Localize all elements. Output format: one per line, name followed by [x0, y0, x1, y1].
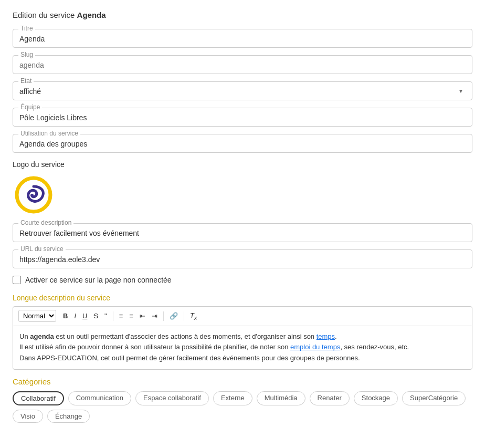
courte-description-input[interactable] — [19, 228, 466, 237]
equipe-field: Équipe — [13, 108, 472, 127]
rich-text-toolbar: Normal B I U S " ≡ ≡ ⇤ ⇥ 🔗 Tx — [13, 307, 472, 326]
rich-text-content[interactable]: Un agenda est un outil permettant d'asso… — [13, 326, 472, 369]
category-tag[interactable]: Communication — [68, 391, 131, 405]
category-tag[interactable]: Espace collaboratif — [135, 391, 209, 405]
etat-label: Etat — [18, 77, 34, 85]
etat-select[interactable]: affiché masqué archivé — [19, 86, 466, 96]
slug-field: Slug — [13, 55, 472, 74]
category-tag[interactable]: Collaboratif — [13, 391, 64, 405]
courte-description-label: Courte description — [18, 219, 73, 226]
courte-description-field: Courte description — [13, 223, 472, 242]
bold-button[interactable]: B — [60, 310, 70, 321]
category-tag[interactable]: Externe — [213, 391, 252, 405]
rich-text-editor: Normal B I U S " ≡ ≡ ⇤ ⇥ 🔗 Tx Un agenda … — [13, 306, 472, 370]
titre-label: Titre — [18, 25, 35, 32]
slug-input[interactable] — [19, 60, 466, 69]
ordered-list-button[interactable]: ≡ — [117, 310, 126, 321]
svg-point-1 — [30, 194, 34, 197]
category-tag[interactable]: Renater — [310, 391, 350, 405]
category-tag[interactable]: Visio — [13, 410, 43, 423]
utilisation-input[interactable] — [19, 139, 466, 148]
italic-button[interactable]: I — [71, 310, 79, 321]
logo-label: Logo du service — [13, 160, 472, 169]
category-tag[interactable]: Stockage — [354, 391, 398, 405]
utilisation-field: Utilisation du service — [13, 134, 472, 153]
page-title: Edition du service Agenda — [13, 11, 472, 19]
url-field: URL du service — [13, 249, 472, 268]
logo-section: Logo du service — [13, 160, 472, 216]
url-input[interactable] — [19, 254, 466, 264]
titre-field: Titre — [13, 29, 472, 48]
logo-svg — [15, 176, 52, 214]
svg-point-0 — [17, 178, 50, 212]
equipe-input[interactable] — [19, 112, 466, 122]
longue-description-title: Longue description du service — [13, 294, 472, 302]
categories-section: Catégories CollaboratifCommunicationEspa… — [13, 377, 472, 423]
indent-increase-button[interactable]: ⇥ — [149, 310, 160, 321]
slug-label: Slug — [18, 51, 35, 58]
unordered-list-button[interactable]: ≡ — [126, 310, 136, 321]
toolbar-divider-1 — [113, 311, 113, 321]
service-non-connectee-checkbox[interactable] — [13, 276, 21, 284]
logo-image — [13, 174, 55, 216]
categories-title: Catégories — [13, 377, 472, 386]
titre-input[interactable] — [19, 34, 466, 43]
indent-decrease-button[interactable]: ⇤ — [137, 310, 148, 321]
categories-list: CollaboratifCommunicationEspace collabor… — [13, 391, 472, 423]
checkbox-label: Activer ce service sur la page non conne… — [25, 276, 172, 284]
clear-format-button[interactable]: Tx — [187, 310, 199, 322]
category-tag[interactable]: Multimédia — [257, 391, 305, 405]
toolbar-divider-3 — [184, 311, 184, 321]
etat-select-wrapper: affiché masqué archivé — [19, 86, 466, 96]
link-button[interactable]: 🔗 — [167, 310, 181, 321]
equipe-label: Équipe — [18, 103, 42, 111]
strikethrough-button[interactable]: S — [91, 310, 101, 321]
toolbar-divider-2 — [163, 311, 164, 321]
quote-button[interactable]: " — [102, 310, 110, 321]
category-tag[interactable]: Échange — [47, 410, 90, 423]
format-select[interactable]: Normal — [18, 310, 56, 322]
category-tag[interactable]: SuperCatégorie — [402, 391, 466, 405]
underline-button[interactable]: U — [80, 310, 90, 321]
checkbox-row: Activer ce service sur la page non conne… — [13, 276, 472, 284]
utilisation-label: Utilisation du service — [18, 130, 80, 137]
url-label: URL du service — [18, 245, 66, 253]
etat-field: Etat affiché masqué archivé — [13, 81, 472, 100]
